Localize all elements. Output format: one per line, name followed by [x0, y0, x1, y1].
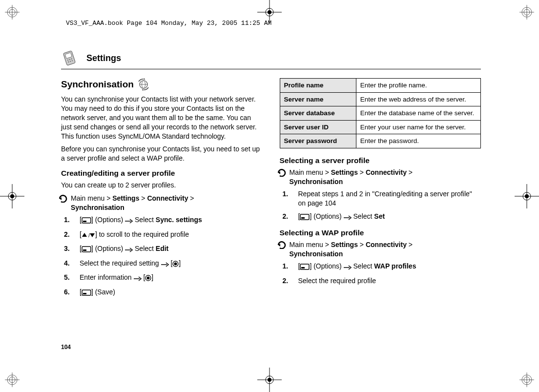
steps-list-selecting-server: Repeat steps 1 and 2 in "Creating/editin…: [283, 189, 481, 223]
registration-mark-icon: [519, 5, 534, 20]
svg-rect-61: [300, 264, 309, 269]
table-value: Enter the profile name.: [356, 79, 480, 93]
page-number: 104: [61, 344, 71, 351]
registration-mark-icon: [5, 5, 20, 20]
crop-mark-icon: [0, 184, 24, 208]
svg-rect-62: [301, 267, 305, 268]
svg-rect-58: [300, 214, 309, 220]
center-key-icon: [145, 274, 151, 284]
profile-count-note: You can create up to 2 server profiles.: [61, 181, 263, 190]
server-settings-table: Profile nameEnter the profile name. Serv…: [280, 78, 481, 148]
menu-path: Main menu > Settings > Connectivity > Sy…: [278, 240, 481, 259]
arrow-right-icon: [125, 217, 133, 227]
softkey-icon: [82, 246, 91, 255]
step-item: [/] to scroll to the required profile: [64, 230, 263, 241]
step-item: [] (Options) Select Edit: [64, 244, 263, 255]
section-title: Settings: [86, 53, 121, 63]
print-header-text: VS3_VF_AAA.book Page 104 Monday, May 23,…: [66, 20, 271, 27]
steps-list-selecting-wap: [] (Options) Select WAP profiles Select …: [283, 262, 481, 286]
left-column: Synchronisation You can synchronise your…: [61, 78, 263, 302]
menu-path-text: Main menu > Settings > Connectivity > Sy…: [290, 168, 413, 186]
svg-rect-56: [82, 290, 91, 295]
step-item: Enter information []: [64, 273, 263, 284]
softkey-icon: [82, 217, 91, 227]
svg-text:/: /: [88, 232, 90, 238]
table-value: Enter the database name of the server.: [356, 106, 480, 121]
section-header: Settings: [61, 49, 481, 69]
arrow-right-icon: [344, 213, 352, 223]
sync-globe-icon: [137, 78, 150, 91]
selecting-wap-heading: Selecting a WAP profile: [280, 228, 481, 237]
softkey-icon: [300, 263, 310, 273]
registration-mark-icon: [519, 372, 534, 387]
svg-point-52: [174, 262, 177, 265]
svg-rect-44: [83, 221, 86, 222]
steps-list-creating: [] (Options) Select Sync. settings [/] t…: [64, 215, 263, 299]
step-item: [] (Options) Select WAP profiles: [283, 262, 481, 273]
svg-rect-48: [83, 249, 86, 251]
table-row: Server user IDEnter your user name for t…: [280, 120, 481, 134]
phone-device-icon: [61, 49, 82, 68]
page-content: Settings Synchronisation: [61, 49, 481, 302]
arrow-right-icon: [125, 246, 133, 255]
synchronisation-title-text: Synchronisation: [61, 79, 134, 90]
nav-arrow-icon: [278, 169, 287, 178]
synchronisation-heading: Synchronisation: [61, 78, 150, 91]
svg-point-23: [268, 378, 271, 382]
svg-point-31: [525, 194, 529, 198]
svg-rect-43: [82, 218, 91, 223]
svg-rect-57: [83, 293, 86, 294]
step-item: [] (Save): [64, 288, 263, 299]
intro-paragraph-1: You can synchronise your Contacts list w…: [61, 95, 263, 141]
svg-point-55: [147, 277, 150, 280]
intro-paragraph-2: Before you can synchronise your Contacts…: [61, 144, 263, 163]
step-item: Select the required setting []: [64, 259, 263, 270]
table-value: Enter the password.: [356, 134, 480, 148]
table-value: Enter your user name for the server.: [356, 120, 480, 134]
menu-path: Main menu > Settings > Connectivity > Sy…: [278, 168, 481, 186]
table-label: Server name: [280, 92, 356, 106]
step-item: [] (Options) Select Set: [283, 212, 481, 223]
svg-rect-59: [301, 217, 305, 219]
arrow-right-icon: [134, 274, 142, 284]
svg-rect-47: [82, 247, 91, 252]
table-label: Server database: [280, 106, 356, 121]
arrow-right-icon: [161, 260, 169, 270]
step-item: Select the required profile: [283, 276, 481, 286]
nav-arrow-icon: [59, 195, 68, 204]
up-down-icon: /: [82, 231, 95, 241]
table-label: Profile name: [280, 79, 356, 93]
step-item: Repeat steps 1 and 2 in "Creating/editin…: [283, 189, 481, 208]
table-row: Server nameEnter the web address of the …: [280, 92, 481, 106]
crop-mark-icon: [257, 368, 282, 392]
menu-path-text: Main menu > Settings > Connectivity > Sy…: [290, 240, 413, 259]
creating-editing-heading: Creating/editing a server profile: [61, 169, 263, 178]
menu-path: Main menu > Settings > Connectivity > Sy…: [59, 194, 263, 212]
right-column: Profile nameEnter the profile name. Serv…: [280, 78, 481, 302]
table-label: Server user ID: [280, 120, 356, 134]
crop-mark-icon: [515, 184, 539, 208]
nav-arrow-icon: [278, 241, 287, 250]
selecting-server-heading: Selecting a server profile: [280, 156, 481, 165]
arrow-right-icon: [344, 263, 352, 273]
svg-point-19: [268, 10, 271, 14]
softkey-icon: [300, 213, 310, 223]
softkey-icon: [82, 289, 91, 299]
svg-point-27: [10, 194, 14, 198]
center-key-icon: [172, 260, 179, 270]
table-row: Server passwordEnter the password.: [280, 134, 481, 148]
menu-path-text: Main menu > Settings > Connectivity > Sy…: [71, 194, 194, 212]
table-row: Server databaseEnter the database name o…: [280, 106, 481, 121]
table-label: Server password: [280, 134, 356, 148]
table-value: Enter the web address of the server.: [356, 92, 480, 106]
registration-mark-icon: [5, 372, 20, 387]
table-row: Profile nameEnter the profile name.: [280, 79, 481, 93]
step-item: [] (Options) Select Sync. settings: [64, 215, 263, 227]
